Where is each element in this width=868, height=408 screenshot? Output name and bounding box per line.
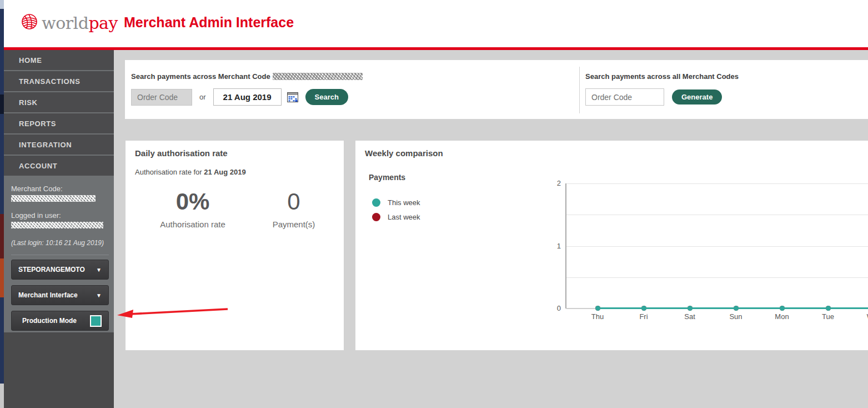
red-annotation-arrow xyxy=(116,303,232,319)
chart-data-point xyxy=(641,306,646,311)
search-merchant-code-redacted xyxy=(273,73,363,80)
sidebar-item-account[interactable]: ACCOUNT xyxy=(4,156,114,176)
search-merchant-label: Search payments across Merchant Code xyxy=(131,72,363,81)
order-code-input[interactable] xyxy=(131,89,192,106)
production-mode-row[interactable]: Production Mode xyxy=(11,311,109,331)
daily-card-subtitle-date: 21 Aug 2019 xyxy=(204,168,245,176)
logged-in-user-redacted-value xyxy=(11,222,103,228)
last-login-text: (Last login: 10:16 21 Aug 2019) xyxy=(11,239,107,247)
merchant-select-value: STEPORANGEMOTO xyxy=(18,266,85,273)
chart-data-point xyxy=(595,306,600,311)
logged-in-user-label: Logged in user: xyxy=(11,211,107,220)
sidebar-item-home[interactable]: HOME xyxy=(4,50,114,70)
daily-card-subtitle-prefix: Authorisation rate for xyxy=(135,168,204,176)
header-divider xyxy=(0,47,868,50)
merchant-code-label: Merchant Code: xyxy=(11,185,107,193)
payments-stat: 0 Payment(s) xyxy=(238,188,349,229)
order-code-all-input[interactable] xyxy=(585,88,664,106)
chevron-down-icon: ▼ xyxy=(96,292,102,298)
payments-count-value: 0 xyxy=(238,188,349,215)
this-week-dot-icon xyxy=(372,198,380,207)
date-input[interactable] xyxy=(213,88,282,106)
chart-x-tick: Thu xyxy=(585,312,610,321)
interface-select-dropdown[interactable]: Merchant Interface ▼ xyxy=(11,285,109,305)
last-week-dot-icon xyxy=(372,213,380,221)
authorisation-rate-label: Authorisation rate xyxy=(137,220,248,229)
interface-select-value: Merchant Interface xyxy=(18,291,78,299)
chart-data-point xyxy=(734,306,739,311)
chart-x-tick: Sun xyxy=(724,312,748,321)
sidebar-nav: HOME TRANSACTIONS RISK REPORTS INTEGRATI… xyxy=(4,50,114,177)
merchant-code-redacted-value xyxy=(11,195,96,202)
sidebar-item-risk[interactable]: RISK xyxy=(4,92,114,112)
worldpay-globe-icon xyxy=(20,12,39,33)
legend-item-last-week: Last week xyxy=(372,210,420,224)
sidebar: HOME TRANSACTIONS RISK REPORTS INTEGRATI… xyxy=(4,50,114,408)
logo-pay-text: pay xyxy=(88,13,118,33)
chart-data-point xyxy=(688,306,693,311)
search-all-merchants-label: Search payments across all Merchant Code… xyxy=(585,72,739,81)
daily-card-title: Daily authorisation rate xyxy=(135,148,228,158)
chart-y-tick: 2 xyxy=(546,179,561,187)
page-title: Merchant Admin Interface xyxy=(124,14,294,31)
legend-item-this-week: This week xyxy=(372,195,420,210)
chart-y-tick: 0 xyxy=(546,304,561,312)
chart-x-tick: Wed xyxy=(862,312,868,321)
search-panel: Search payments across Merchant Code or xyxy=(125,60,868,119)
chart-gridline xyxy=(566,246,868,247)
search-merchant-label-text: Search payments across Merchant Code xyxy=(131,72,270,81)
authorisation-rate-stat: 0% Authorisation rate xyxy=(137,188,248,229)
chart-x-tick: Mon xyxy=(770,312,794,321)
weekly-card-title: Weekly comparison xyxy=(365,148,443,158)
chart-gridline xyxy=(566,277,868,278)
logo-world-text: world xyxy=(42,13,88,33)
chart-gridline xyxy=(566,215,868,215)
production-mode-checkbox[interactable] xyxy=(90,315,102,327)
header: worldpay Merchant Admin Interface xyxy=(0,0,868,47)
chart-x-tick: Tue xyxy=(816,312,840,321)
sidebar-divider xyxy=(11,255,109,255)
payments-count-label: Payment(s) xyxy=(238,220,349,229)
this-week-label: This week xyxy=(388,198,420,207)
search-panel-divider xyxy=(579,67,580,113)
chart-x-tick: Sat xyxy=(678,312,702,321)
worldpay-logo: worldpay xyxy=(20,12,118,33)
calendar-icon[interactable] xyxy=(287,92,298,102)
chart-legend: This week Last week xyxy=(372,195,420,224)
production-mode-label: Production Mode xyxy=(18,317,77,325)
chart-data-point xyxy=(826,306,831,311)
chart-data-point xyxy=(780,306,785,311)
sidebar-info: Merchant Code: Logged in user: (Last log… xyxy=(4,177,114,332)
generate-button[interactable]: Generate xyxy=(672,89,722,105)
search-all-merchants-section: Search payments across all Merchant Code… xyxy=(585,72,739,106)
chart-y-tick: 1 xyxy=(546,242,561,250)
sidebar-item-integration[interactable]: INTEGRATION xyxy=(4,135,114,155)
chevron-down-icon: ▼ xyxy=(96,267,102,273)
search-button[interactable]: Search xyxy=(305,89,348,105)
last-week-label: Last week xyxy=(388,213,420,221)
sidebar-item-transactions[interactable]: TRANSACTIONS xyxy=(4,71,114,91)
sidebar-item-reports[interactable]: REPORTS xyxy=(4,113,114,133)
merchant-select-dropdown[interactable]: STEPORANGEMOTO ▼ xyxy=(11,260,109,280)
background-window-edge xyxy=(0,0,4,408)
chart-x-tick: Fri xyxy=(631,312,656,321)
daily-card-subtitle: Authorisation rate for 21 Aug 2019 xyxy=(135,168,246,176)
logo-wordmark: worldpay xyxy=(42,13,118,33)
or-label: or xyxy=(199,93,206,101)
search-merchant-section: Search payments across Merchant Code or xyxy=(131,72,363,106)
weekly-chart-subtitle: Payments xyxy=(369,173,405,182)
merchant-admin-app: worldpay Merchant Admin Interface HOME T… xyxy=(0,0,868,408)
weekly-chart-plot: 012ThuFriSatSunMonTueWed xyxy=(565,183,868,309)
sidebar-footer xyxy=(4,332,114,408)
authorisation-rate-value: 0% xyxy=(137,188,248,215)
weekly-comparison-card: Weekly comparison Payments This week Las… xyxy=(355,141,868,350)
chart-gridline xyxy=(566,183,868,184)
